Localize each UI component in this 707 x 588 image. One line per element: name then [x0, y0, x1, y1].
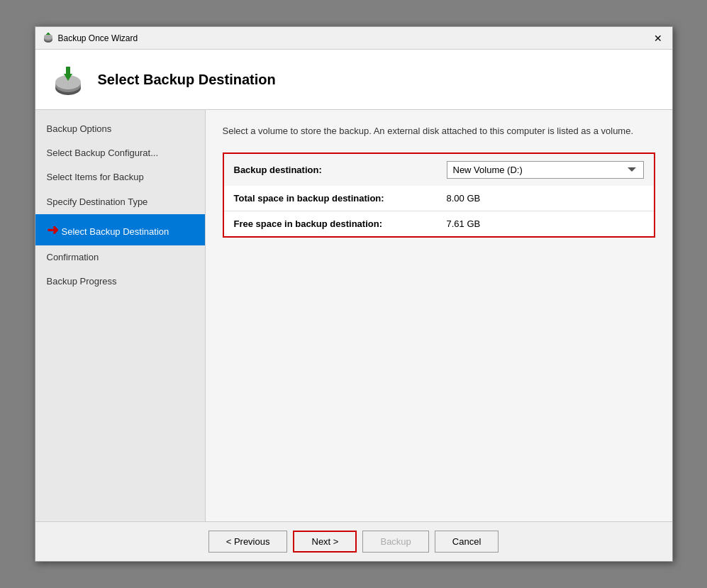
sidebar-item-backup-options[interactable]: Backup Options	[35, 117, 205, 141]
total-space-value: 8.00 GB	[447, 193, 644, 204]
content-area: Select a volume to store the backup. An …	[206, 110, 672, 521]
destination-form: Backup destination: New Volume (D:) Tota…	[223, 152, 655, 238]
arrow-icon: ➜	[47, 220, 59, 240]
close-button[interactable]: ✕	[651, 33, 665, 44]
sidebar-item-select-items[interactable]: Select Items for Backup	[35, 165, 205, 189]
app-icon	[43, 33, 54, 44]
free-space-label: Free space in backup destination:	[234, 218, 447, 229]
backup-button: Backup	[362, 531, 428, 553]
cancel-button[interactable]: Cancel	[435, 531, 499, 553]
title-bar-text: Backup Once Wizard	[58, 33, 138, 43]
title-bar: Backup Once Wizard ✕	[35, 27, 672, 50]
svg-point-3	[47, 33, 49, 35]
sidebar: Backup Options Select Backup Configurat.…	[35, 110, 206, 521]
dialog-header: Select Backup Destination	[35, 50, 672, 110]
destination-dropdown[interactable]: New Volume (D:)	[447, 161, 644, 179]
page-title: Select Backup Destination	[98, 72, 276, 88]
sidebar-item-confirmation[interactable]: Confirmation	[35, 245, 205, 270]
total-space-row: Total space in backup destination: 8.00 …	[224, 186, 654, 211]
content-description: Select a volume to store the backup. An …	[223, 124, 655, 138]
previous-button[interactable]: < Previous	[208, 531, 288, 553]
sidebar-item-backup-progress[interactable]: Backup Progress	[35, 270, 205, 294]
dialog-body: Backup Options Select Backup Configurat.…	[35, 110, 672, 521]
sidebar-item-select-dest[interactable]: ➜Select Backup Destination	[35, 214, 205, 245]
title-bar-left: Backup Once Wizard	[43, 33, 138, 44]
backup-destination-row: Backup destination: New Volume (D:)	[224, 154, 654, 186]
sidebar-item-select-config[interactable]: Select Backup Configurat...	[35, 141, 205, 165]
header-icon	[50, 61, 87, 98]
free-space-value: 7.61 GB	[447, 218, 644, 229]
free-space-row: Free space in backup destination: 7.61 G…	[224, 211, 654, 236]
total-space-label: Total space in backup destination:	[234, 193, 447, 204]
destination-label: Backup destination:	[234, 165, 447, 175]
svg-point-2	[44, 34, 52, 40]
sidebar-item-specify-dest[interactable]: Specify Destination Type	[35, 190, 205, 214]
dialog-window: Backup Once Wizard ✕ Select Backup Desti…	[35, 26, 673, 562]
dialog-footer: < Previous Next > Backup Cancel	[35, 521, 672, 561]
next-button[interactable]: Next >	[293, 531, 357, 553]
